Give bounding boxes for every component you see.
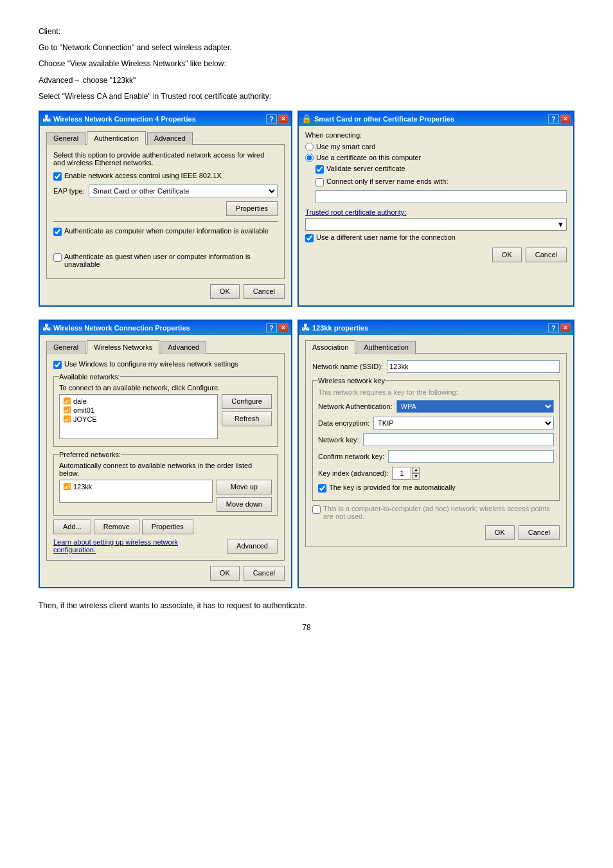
close-btn[interactable]: ✕ (278, 114, 289, 123)
dialog3-ok-btn[interactable]: OK (210, 566, 240, 581)
spinner-down-btn[interactable]: ▼ (412, 473, 420, 480)
auth-computer-label: Authenticate as computer when computer i… (64, 227, 269, 235)
ssid-input[interactable] (387, 360, 560, 373)
preferred-desc: Automatically connect to available netwo… (59, 462, 272, 477)
dialog3-titlebar: 🖧 Wireless Network Connection Properties… (40, 321, 291, 335)
instruction-line5: Select "Wireless CA and Enable" in Trust… (39, 91, 574, 103)
network-icon: 🖧 (42, 114, 51, 123)
auto-key-checkbox[interactable] (318, 484, 326, 493)
advanced-btn[interactable]: Advanced (227, 539, 278, 554)
connect-only-label: Connect only if server name ends with: (326, 177, 449, 185)
ssid-row: Network name (SSID): (312, 360, 560, 373)
network-item-dale: 📶 dale (62, 397, 215, 406)
move-up-btn[interactable]: Move up (217, 480, 272, 494)
net-auth-row: Network Authentication: WPA (318, 400, 554, 413)
key-index-input[interactable] (392, 467, 411, 480)
tab4-auth[interactable]: Authentication (357, 341, 416, 354)
ieee8021x-checkbox[interactable] (53, 172, 62, 181)
available-desc: To connect to an available network, clic… (59, 384, 272, 392)
adhoc-checkbox[interactable] (312, 505, 321, 514)
trusted-root-label: Trusted root certificate authority: (305, 208, 406, 216)
server-name-input[interactable] (315, 190, 567, 203)
spinner-up-btn[interactable]: ▲ (412, 467, 420, 473)
cert-computer-radio[interactable] (305, 154, 314, 162)
use-windows-label: Use Windows to configure my wireless net… (64, 360, 238, 368)
dialog4-titlebar: 🖧 123kk properties ? ✕ (299, 321, 573, 335)
preferred-signal-icon: 📶 (63, 483, 71, 490)
tab3-general[interactable]: General (46, 341, 85, 354)
confirm-key-input[interactable] (388, 450, 554, 463)
confirm-key-label: Confirm network key: (318, 453, 384, 460)
adhoc-row: This is a computer-to-computer (ad hoc) … (312, 505, 560, 520)
cert-computer-radio-label: Use a certificate on this computer (316, 154, 421, 161)
auth-guest-label: Authenticate as guest when user or compu… (64, 253, 278, 268)
network-icon4: 🖧 (301, 323, 310, 332)
connect-only-checkbox[interactable] (315, 178, 324, 186)
close-btn3[interactable]: ✕ (278, 323, 289, 332)
diff-user-row: Use a different user name for the connec… (305, 233, 567, 242)
close-btn2[interactable]: ✕ (560, 114, 571, 123)
tab3-advanced[interactable]: Advanced (161, 341, 206, 354)
ieee8021x-label: Enable network access control using IEEE… (64, 172, 222, 179)
tab4-assoc[interactable]: Association (305, 340, 355, 354)
dialog2-ok-btn[interactable]: OK (492, 248, 522, 262)
smart-card-radio[interactable] (305, 143, 314, 151)
dialog2-titlebar: 🔒 Smart Card or other Certificate Proper… (299, 112, 573, 126)
connect-only-row: Connect only if server name ends with: (315, 177, 567, 186)
smart-card-dialog: 🔒 Smart Card or other Certificate Proper… (298, 111, 574, 307)
close-btn4[interactable]: ✕ (560, 323, 571, 332)
configure-btn[interactable]: Configure (222, 394, 272, 409)
validate-cert-row: Validate server certificate (315, 165, 567, 174)
dialog4-title: 123kk properties (312, 324, 368, 332)
network-icon3: 🖧 (42, 323, 51, 332)
tab-advanced[interactable]: Advanced (147, 132, 193, 145)
network-name-omit01: omit01 (73, 406, 94, 414)
trusted-root-box[interactable]: ▼ (305, 218, 567, 231)
dialog4-ok-btn[interactable]: OK (485, 525, 515, 540)
separator1 (53, 221, 278, 222)
diff-user-checkbox[interactable] (305, 234, 314, 242)
dialog1-ok-btn[interactable]: OK (210, 284, 240, 299)
tab-authentication[interactable]: Authentication (87, 131, 146, 145)
adhoc-label: This is a computer-to-computer (ad hoc) … (323, 505, 560, 520)
eap-select[interactable]: Smart Card or other Certificate (89, 185, 278, 197)
tab3-wireless[interactable]: Wireless Networks (87, 340, 159, 354)
tab-general[interactable]: General (46, 132, 85, 145)
use-windows-checkbox[interactable] (53, 361, 62, 369)
net-auth-select[interactable]: WPA (396, 400, 554, 413)
preferred-name-123kk: 123kk (73, 483, 92, 491)
auth-computer-checkbox[interactable] (53, 228, 62, 236)
dialog4-cancel-btn[interactable]: Cancel (519, 525, 560, 540)
remove-btn[interactable]: Remove (94, 520, 139, 534)
smart-card-radio-label: Use my smart card (316, 143, 375, 150)
move-down-btn[interactable]: Move down (217, 497, 272, 512)
dialog2-title: Smart Card or other Certificate Properti… (314, 115, 454, 123)
key-index-spinner: ▲ ▼ (392, 467, 420, 480)
dialog4-ok-cancel: OK Cancel (312, 525, 560, 540)
learn-link[interactable]: Learn about setting up wireless network … (53, 538, 182, 554)
dialog1-cancel-btn[interactable]: Cancel (244, 284, 285, 299)
auth-guest-checkbox[interactable] (53, 253, 62, 262)
data-enc-row: Data encryption: TKIP (318, 417, 554, 429)
help-btn[interactable]: ? (266, 114, 277, 123)
auth-computer-checkbox-row: Authenticate as computer when computer i… (53, 227, 278, 236)
data-enc-select[interactable]: TKIP (373, 417, 554, 429)
help-btn2[interactable]: ? (548, 114, 559, 123)
dialog3-props-btn[interactable]: Properties (142, 520, 193, 534)
dialog3-cancel-btn[interactable]: Cancel (244, 566, 285, 581)
eap-label: EAP type: (53, 187, 85, 195)
dialog1-ok-cancel: OK Cancel (46, 284, 285, 299)
dialog2-cancel-btn[interactable]: Cancel (526, 248, 567, 262)
properties-btn[interactable]: Properties (226, 201, 278, 216)
network-signal-icon2: 📶 (63, 406, 71, 413)
when-connecting-label: When connecting: (305, 131, 567, 139)
page-number: 78 (39, 623, 574, 632)
validate-cert-checkbox[interactable] (315, 165, 324, 174)
network-key-input[interactable] (363, 433, 554, 446)
refresh-btn[interactable]: Refresh (222, 411, 272, 426)
cert-icon: 🔒 (301, 114, 312, 123)
add-btn[interactable]: Add... (53, 520, 91, 534)
bottom-text: Then, if the wireless client wants to as… (39, 601, 574, 610)
help-btn4[interactable]: ? (548, 323, 559, 332)
help-btn3[interactable]: ? (266, 323, 277, 332)
